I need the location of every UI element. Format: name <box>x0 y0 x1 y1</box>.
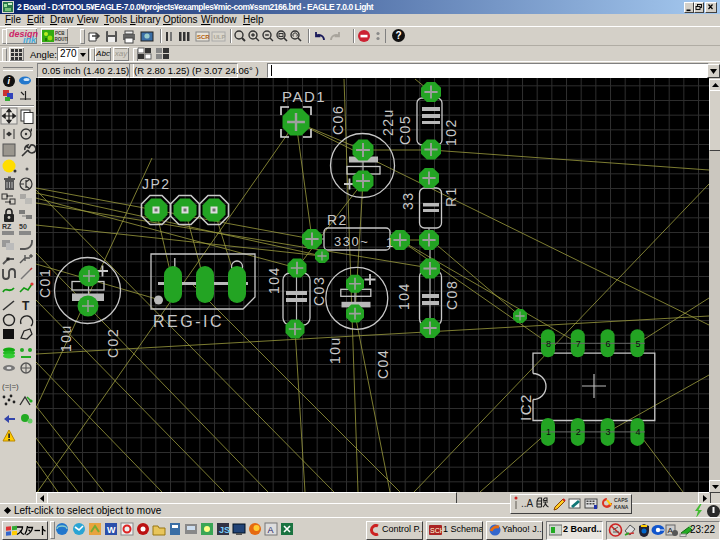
svg-text:REG-IC: REG-IC <box>153 313 224 330</box>
svg-text:C08: C08 <box>444 280 460 310</box>
svg-text:R2: R2 <box>327 212 348 228</box>
svg-text:PAD1: PAD1 <box>282 88 326 105</box>
svg-text:50: 50 <box>19 223 27 230</box>
svg-text:10u: 10u <box>327 336 343 364</box>
svg-text:C01: C01 <box>37 268 53 298</box>
svg-text:C02: C02 <box>105 328 121 358</box>
svg-text:R1: R1 <box>443 186 459 207</box>
svg-text:(=|=): (=|=) <box>2 382 19 391</box>
svg-text:ROUTE: ROUTE <box>55 37 69 42</box>
svg-text:IC2: IC2 <box>517 393 534 421</box>
svg-text:22u: 22u <box>380 108 396 136</box>
svg-text:RZ: RZ <box>2 223 12 230</box>
svg-text:10u: 10u <box>58 324 74 352</box>
svg-text:2: 2 <box>576 427 581 437</box>
svg-text:CAPS: CAPS <box>614 497 629 503</box>
svg-text:A: A <box>268 525 274 535</box>
svg-text:33: 33 <box>400 191 416 210</box>
svg-text:104: 104 <box>266 266 282 294</box>
svg-text:7: 7 <box>576 339 581 349</box>
svg-text:W: W <box>107 525 116 535</box>
svg-text:C05: C05 <box>397 115 413 145</box>
svg-text:C04: C04 <box>375 349 391 379</box>
svg-text:SCR: SCR <box>197 34 210 40</box>
svg-text:4: 4 <box>635 427 640 437</box>
svg-text:PCB: PCB <box>55 31 65 36</box>
svg-text:JS: JS <box>219 525 230 535</box>
svg-text:5: 5 <box>635 339 640 349</box>
svg-text:3: 3 <box>606 427 611 437</box>
svg-text:1: 1 <box>386 235 395 250</box>
svg-text:C03: C03 <box>311 276 327 306</box>
svg-text:6: 6 <box>606 339 611 349</box>
svg-text:8: 8 <box>546 339 551 349</box>
svg-text:JP2: JP2 <box>142 176 171 192</box>
svg-text:104: 104 <box>396 282 412 310</box>
svg-text:ULP: ULP <box>214 34 226 40</box>
svg-text:SCH: SCH <box>430 527 442 534</box>
svg-text:KANA: KANA <box>614 504 629 510</box>
svg-text:1: 1 <box>546 427 551 437</box>
svg-text:T: T <box>22 299 30 313</box>
svg-text:..A: ..A <box>521 498 534 509</box>
svg-text:330~: 330~ <box>334 234 369 249</box>
svg-text:102: 102 <box>443 118 459 146</box>
svg-text:C06: C06 <box>330 105 346 135</box>
